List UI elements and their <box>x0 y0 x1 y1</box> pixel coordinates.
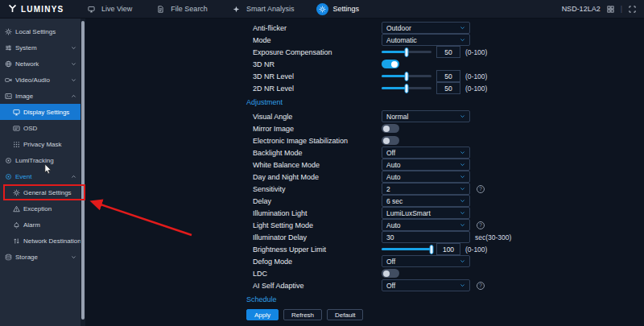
main-area: Local SettingsSystemNetworkVideo/AudioIm… <box>0 19 644 326</box>
slider-3d-nr-level[interactable] <box>382 75 431 77</box>
select-illumination-light[interactable]: LumiLuxSmart <box>382 207 470 219</box>
toggle-3d-nr[interactable] <box>382 60 399 68</box>
device-name: NSD-12LA2 <box>562 5 601 13</box>
slider-handle[interactable] <box>430 245 434 254</box>
slider-brightness-upper-limit[interactable] <box>382 248 431 250</box>
select-visual-angle[interactable]: Normal <box>382 110 470 122</box>
select-anti-flicker[interactable]: Outdoor <box>382 22 470 34</box>
select-delay[interactable]: 6 sec <box>382 195 470 207</box>
slider-2d-nr-level[interactable] <box>382 87 431 89</box>
form-row: Visual AngleNormal <box>246 110 644 122</box>
toggle-electronic-image-stabilization[interactable] <box>382 136 399 145</box>
sidebar-item-alarm[interactable]: Alarm <box>0 217 80 233</box>
info-icon[interactable]: ? <box>477 282 485 290</box>
select-ai-self-adaptive[interactable]: Off <box>382 279 470 291</box>
slider-exposure-compensation[interactable] <box>382 51 431 53</box>
select-white-balance-mode[interactable]: Auto <box>382 159 470 171</box>
content-scrollbar[interactable] <box>80 19 85 326</box>
slider-handle[interactable] <box>405 72 409 81</box>
form-row: Delay6 sec <box>246 195 644 207</box>
video-audio-icon <box>4 76 12 84</box>
sidebar-item-label: Video/Audio <box>15 76 50 84</box>
nav-item-settings[interactable]: Settings <box>316 3 359 15</box>
toggle-ldc[interactable] <box>382 269 399 278</box>
nav-item-label: Live View <box>101 5 132 13</box>
sidebar-item-label: General Settings <box>23 189 72 196</box>
info-icon[interactable]: ? <box>477 185 485 193</box>
slider-value-box[interactable]: 50 <box>436 46 460 58</box>
nav-item-live-view[interactable]: Live View <box>85 3 132 15</box>
event-icon <box>4 173 12 180</box>
info-icon[interactable]: ? <box>477 221 485 229</box>
layout-grid-icon[interactable] <box>607 6 614 13</box>
default-button[interactable]: Default <box>327 309 363 320</box>
field-label: Illuminator Delay <box>253 233 382 241</box>
select-backlight-mode[interactable]: Off <box>382 146 470 159</box>
refresh-button[interactable]: Refresh <box>283 309 322 320</box>
sidebar-item-label: Network <box>15 60 39 68</box>
sidebar-item-general-settings[interactable]: General Settings <box>0 184 80 200</box>
chevron-down-icon <box>71 77 76 83</box>
slider-handle[interactable] <box>405 47 409 57</box>
chevron-down-icon <box>460 113 465 119</box>
app-window: LUMINYS Live ViewFile SearchSmart Analys… <box>0 0 644 326</box>
sidebar-item-storage[interactable]: Storage <box>0 249 80 265</box>
sidebar-item-network-destination[interactable]: Network Destination <box>0 233 80 249</box>
select-light-setting-mode[interactable]: Auto <box>382 219 470 231</box>
apply-button[interactable]: Apply <box>246 309 279 320</box>
input-illuminator-delay[interactable] <box>382 231 470 243</box>
select-value: Off <box>386 282 395 290</box>
nav-item-file-search[interactable]: File Search <box>155 3 208 15</box>
field-label: Exposure Compensation <box>253 48 382 56</box>
toggle-knob <box>391 61 398 68</box>
toggle-knob <box>383 138 390 144</box>
local-settings-icon <box>4 28 12 35</box>
form-row: Backlight ModeOff <box>246 146 644 159</box>
live-view-icon <box>85 3 97 15</box>
nav-item-smart-analysis[interactable]: Smart Analysis <box>230 3 295 15</box>
field-label: Mirror Image <box>253 125 382 133</box>
form-row: Brightness Upper Limit100(0-100) <box>246 243 644 255</box>
form-row: 3D NR Level50(0-100) <box>246 70 644 82</box>
sidebar-item-exception[interactable]: Exception <box>0 200 80 217</box>
smart-analysis-icon <box>230 3 242 15</box>
select-sensitivity[interactable]: 2 <box>382 183 470 195</box>
sidebar-item-local-settings[interactable]: Local Settings <box>0 23 80 39</box>
system-icon <box>4 44 12 52</box>
select-value: Auto <box>386 161 401 169</box>
form-row: Electronic Image Stabilization <box>246 134 644 146</box>
sidebar-item-lumitracking[interactable]: LumiTracking <box>0 152 80 168</box>
display-settings-icon <box>12 109 20 116</box>
network-destination-icon <box>12 237 20 245</box>
sidebar-item-privacy-mask[interactable]: Privacy Mask <box>0 136 80 152</box>
toggle-mirror-image[interactable] <box>382 124 399 133</box>
form-row: 3D NR <box>246 58 644 70</box>
slider-fill <box>382 51 407 53</box>
form-row: AI Self AdaptiveOff? <box>246 279 644 291</box>
chevron-down-icon <box>460 222 465 228</box>
select-value: Normal <box>386 113 408 121</box>
chevron-down-icon <box>460 25 465 31</box>
sidebar-item-osd[interactable]: OSD <box>0 120 80 136</box>
select-value: Off <box>386 258 395 266</box>
select-defog-mode[interactable]: Off <box>382 255 470 267</box>
select-mode[interactable]: Automatic <box>382 34 470 46</box>
slider-value-box[interactable]: 50 <box>436 70 460 82</box>
select-day-and-night-mode[interactable]: Auto <box>382 171 470 183</box>
sidebar: Local SettingsSystemNetworkVideo/AudioIm… <box>0 19 80 326</box>
sidebar-item-network[interactable]: Network <box>0 56 80 72</box>
settings-form: Anti-flickerOutdoorModeAutomaticExposure… <box>85 19 644 326</box>
sidebar-item-video-audio[interactable]: Video/Audio <box>0 72 80 88</box>
sidebar-item-display-settings[interactable]: Display Settings <box>0 104 80 120</box>
slider-value-box[interactable]: 50 <box>436 82 460 94</box>
sidebar-item-system[interactable]: System <box>0 39 80 56</box>
slider-value-box[interactable]: 100 <box>436 243 460 255</box>
sidebar-item-image[interactable]: Image <box>0 88 80 104</box>
field-label: Light Setting Mode <box>253 221 382 229</box>
chevron-down-icon <box>460 186 465 192</box>
scrollbar-thumb[interactable] <box>81 21 85 320</box>
fullscreen-icon[interactable] <box>629 6 636 13</box>
field-label: Mode <box>253 36 382 44</box>
slider-handle[interactable] <box>405 84 409 93</box>
sidebar-item-event[interactable]: Event <box>0 168 80 184</box>
